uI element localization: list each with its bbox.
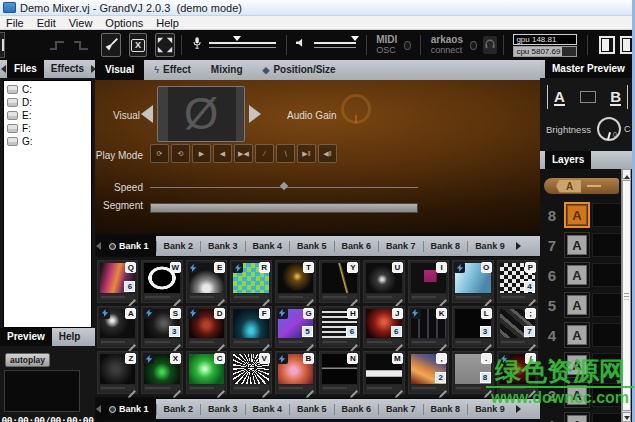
clip-cell-N[interactable]: N bbox=[319, 351, 360, 394]
layer-slot[interactable] bbox=[592, 413, 622, 422]
clip-cell-H[interactable]: H6 bbox=[319, 306, 360, 349]
clip-cell-G[interactable]: G5 bbox=[275, 306, 316, 349]
mic-volume-slider[interactable] bbox=[209, 37, 275, 53]
layer-slot[interactable] bbox=[592, 353, 622, 377]
bank-tab-1[interactable]: Bank 1 bbox=[102, 399, 156, 419]
layer-slot[interactable] bbox=[592, 263, 622, 287]
edit-pencil-icon[interactable] bbox=[217, 384, 225, 392]
next-visual-button[interactable] bbox=[249, 105, 261, 123]
edit-pencil-icon[interactable] bbox=[395, 293, 403, 301]
bank-tab-8[interactable]: Bank 8 bbox=[424, 399, 468, 419]
clip-cell-Q[interactable]: Q6 bbox=[97, 260, 138, 303]
layer-crossfader-button[interactable]: A bbox=[564, 382, 590, 408]
bank-tab-1[interactable]: Bank 1 bbox=[102, 236, 156, 256]
edit-pencil-icon[interactable] bbox=[439, 338, 447, 346]
bank-tab-6[interactable]: Bank 6 bbox=[335, 399, 379, 419]
crossfader-handle[interactable] bbox=[580, 91, 596, 103]
ping-pong-button[interactable]: ▶◀ bbox=[234, 144, 253, 163]
edit-pencil-icon[interactable] bbox=[217, 293, 225, 301]
brightness-knob[interactable]: 0 bbox=[597, 117, 621, 141]
bank-tab-7[interactable]: Bank 7 bbox=[379, 236, 423, 256]
output-display-a-button[interactable] bbox=[599, 36, 614, 54]
edit-pencil-icon[interactable] bbox=[262, 338, 270, 346]
tab-layers[interactable]: Layers bbox=[545, 151, 591, 169]
clip-cell-M[interactable]: M bbox=[363, 351, 404, 394]
clip-cell-C[interactable]: C bbox=[186, 351, 227, 394]
edit-pencil-icon[interactable] bbox=[128, 338, 136, 346]
clip-cell-V[interactable]: V bbox=[230, 351, 271, 394]
layer-crossfader-button[interactable]: A bbox=[564, 232, 590, 258]
bank-tab-3[interactable]: Bank 3 bbox=[201, 399, 245, 419]
layer-crossfader-button[interactable]: A bbox=[564, 202, 590, 228]
edit-pencil-icon[interactable] bbox=[395, 384, 403, 392]
tab-help[interactable]: Help bbox=[52, 328, 88, 346]
edit-pencil-icon[interactable] bbox=[306, 293, 314, 301]
layer-crossfader-button[interactable]: A bbox=[564, 262, 590, 288]
tab-preview[interactable]: Preview bbox=[0, 328, 52, 346]
clip-cell-/[interactable]: / bbox=[497, 351, 538, 394]
menu-view[interactable]: View bbox=[69, 17, 93, 29]
drive-item-f[interactable]: F: bbox=[4, 122, 91, 135]
tab-master-preview[interactable]: Master Preview bbox=[545, 60, 632, 78]
bank-scroll-right-icon[interactable] bbox=[516, 405, 525, 413]
menu-edit[interactable]: Edit bbox=[37, 17, 56, 29]
layer-crossfader-button[interactable]: A bbox=[564, 412, 590, 422]
clip-cell-W[interactable]: W bbox=[141, 260, 182, 303]
play-backward-button[interactable]: ◀ bbox=[213, 144, 232, 163]
edit-pencil-icon[interactable] bbox=[528, 384, 536, 392]
edit-pencil-icon[interactable] bbox=[439, 384, 447, 392]
drive-item-g[interactable]: G: bbox=[4, 135, 91, 148]
edit-pencil-icon[interactable] bbox=[350, 338, 358, 346]
bank-tab-8[interactable]: Bank 8 bbox=[424, 236, 468, 256]
tab-mixing[interactable]: Mixing bbox=[201, 60, 253, 80]
bank-scroll-left-icon[interactable] bbox=[96, 242, 101, 250]
layer-crossfader-button[interactable]: A bbox=[564, 352, 590, 378]
edit-pencil-icon[interactable] bbox=[395, 338, 403, 346]
master-volume-slider[interactable] bbox=[314, 37, 356, 53]
layer-crossfader-button[interactable]: A bbox=[564, 322, 590, 348]
clip-cell-L[interactable]: L3 bbox=[452, 306, 493, 349]
clip-cell-Y[interactable]: Y bbox=[319, 260, 360, 303]
layer-slot[interactable] bbox=[592, 233, 622, 257]
clip-cell-B[interactable]: B bbox=[275, 351, 316, 394]
edit-pencil-icon[interactable] bbox=[262, 384, 270, 392]
midi-indicator[interactable] bbox=[404, 41, 411, 50]
bank-scroll-left-icon[interactable] bbox=[96, 405, 101, 413]
clip-cell-S[interactable]: S3 bbox=[141, 306, 182, 349]
edit-pencil-icon[interactable] bbox=[484, 384, 492, 392]
bank-tab-3[interactable]: Bank 3 bbox=[201, 236, 245, 256]
clip-cell-U[interactable]: U bbox=[363, 260, 404, 303]
bank-tab-4[interactable]: Bank 4 bbox=[246, 236, 290, 256]
clip-cell-J[interactable]: J6 bbox=[363, 306, 404, 349]
edit-pencil-icon[interactable] bbox=[217, 338, 225, 346]
clip-cell-,[interactable]: ,2 bbox=[408, 351, 449, 394]
bank-tab-9[interactable]: Bank 9 bbox=[468, 399, 512, 419]
edit-pencil-icon[interactable] bbox=[306, 338, 314, 346]
scroll-up-button[interactable] bbox=[622, 169, 631, 179]
tab-files[interactable]: Files bbox=[7, 60, 44, 78]
layer-slot[interactable] bbox=[592, 203, 622, 227]
clear-button[interactable]: X bbox=[129, 33, 147, 57]
play-pause-backward-button[interactable]: ◀‖ bbox=[318, 144, 337, 163]
clip-cell-O[interactable]: O bbox=[452, 260, 493, 303]
clip-cell-D[interactable]: D bbox=[186, 306, 227, 349]
segment-bar[interactable] bbox=[150, 203, 418, 213]
clip-cell-.[interactable]: .8 bbox=[452, 351, 493, 394]
play-forward-button[interactable]: ▶ bbox=[192, 144, 211, 163]
edit-pencil-icon[interactable] bbox=[484, 293, 492, 301]
clip-cell-A[interactable]: A bbox=[97, 306, 138, 349]
layer-slot[interactable] bbox=[592, 323, 622, 347]
fullscreen-button[interactable] bbox=[155, 33, 175, 57]
tab-effects[interactable]: Effects bbox=[44, 60, 91, 78]
clip-cell-Z[interactable]: Z bbox=[97, 351, 138, 394]
autoplay-button[interactable]: autoplay bbox=[5, 353, 50, 367]
clip-cell-;[interactable]: ;7 bbox=[497, 306, 538, 349]
edit-pencil-icon[interactable] bbox=[439, 293, 447, 301]
layer-slot[interactable] bbox=[592, 383, 622, 407]
clip-cell-P[interactable]: P4 bbox=[497, 260, 538, 303]
bank-tab-6[interactable]: Bank 6 bbox=[335, 236, 379, 256]
clean-button[interactable] bbox=[101, 33, 121, 57]
bank-tab-2[interactable]: Bank 2 bbox=[157, 399, 201, 419]
edit-pencil-icon[interactable] bbox=[528, 338, 536, 346]
edit-pencil-icon[interactable] bbox=[262, 293, 270, 301]
